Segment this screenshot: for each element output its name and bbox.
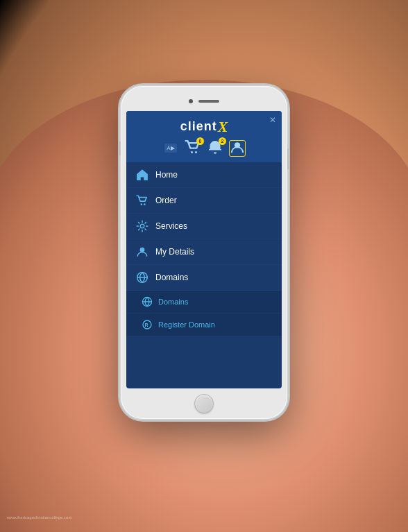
menu-label-home: Home xyxy=(155,170,178,180)
bell-badge: 2 xyxy=(219,137,226,145)
svg-point-6 xyxy=(140,247,145,252)
menu-item-services[interactable]: Services xyxy=(126,214,282,239)
home-button[interactable] xyxy=(194,394,214,413)
logo-text: client xyxy=(180,119,217,134)
app-header: client X A▶ xyxy=(126,111,282,162)
svg-point-3 xyxy=(141,203,143,205)
domains-globe-icon xyxy=(136,271,148,284)
menu-label-order: Order xyxy=(155,196,177,205)
header-icons-row: A▶ 0 xyxy=(135,140,273,157)
phone-top-bar xyxy=(126,92,282,111)
menu-label-services: Services xyxy=(155,221,187,231)
language-button[interactable]: A▶ xyxy=(162,140,179,157)
close-button[interactable]: ✕ xyxy=(269,115,276,125)
svg-point-5 xyxy=(140,224,144,228)
cart-button[interactable]: 0 xyxy=(185,140,201,157)
lang-label: A▶ xyxy=(164,144,176,153)
svg-point-4 xyxy=(144,203,146,205)
menu-label-domains: Domains xyxy=(155,273,188,282)
phone-screen: client X A▶ xyxy=(126,111,282,388)
order-cart-icon xyxy=(136,194,148,207)
menu-item-mydetails[interactable]: My Details xyxy=(126,239,282,265)
phone-device: client X A▶ xyxy=(121,86,287,419)
submenu-item-register-domain[interactable]: R Register Domain xyxy=(126,314,282,336)
submenu-label-register: Register Domain xyxy=(158,320,215,329)
svg-point-0 xyxy=(191,151,193,153)
menu-label-mydetails: My Details xyxy=(155,247,194,257)
logo-area: client X xyxy=(135,118,273,136)
menu-item-home[interactable]: Home xyxy=(126,162,282,188)
user-icon xyxy=(230,139,245,157)
side-button-right xyxy=(287,148,290,169)
submenu-label-domains: Domains xyxy=(158,298,188,306)
menu-item-domains[interactable]: Domains xyxy=(126,265,282,291)
speaker-bar xyxy=(198,100,219,103)
services-gear-icon xyxy=(136,220,148,232)
submenu-domains-globe-icon xyxy=(142,296,153,307)
phone-bottom-bar xyxy=(126,388,282,419)
svg-text:R: R xyxy=(145,323,148,327)
cart-badge: 0 xyxy=(196,137,204,145)
home-icon xyxy=(136,169,148,181)
phone-body: client X A▶ xyxy=(121,86,287,419)
notification-button[interactable]: 2 xyxy=(207,140,223,157)
side-button-left xyxy=(118,141,121,155)
menu-list: Home Order xyxy=(126,162,282,336)
submenu-item-domains[interactable]: Domains xyxy=(126,291,282,314)
camera-dot xyxy=(189,99,193,103)
watermark: www.thericagechristiancollege.com xyxy=(7,515,71,520)
mydetails-user-icon xyxy=(136,246,148,258)
user-profile-button[interactable] xyxy=(229,140,246,157)
menu-item-order[interactable]: Order xyxy=(126,188,282,214)
svg-point-1 xyxy=(195,151,197,153)
logo-x: X xyxy=(218,118,228,136)
register-domain-icon: R xyxy=(142,319,153,330)
